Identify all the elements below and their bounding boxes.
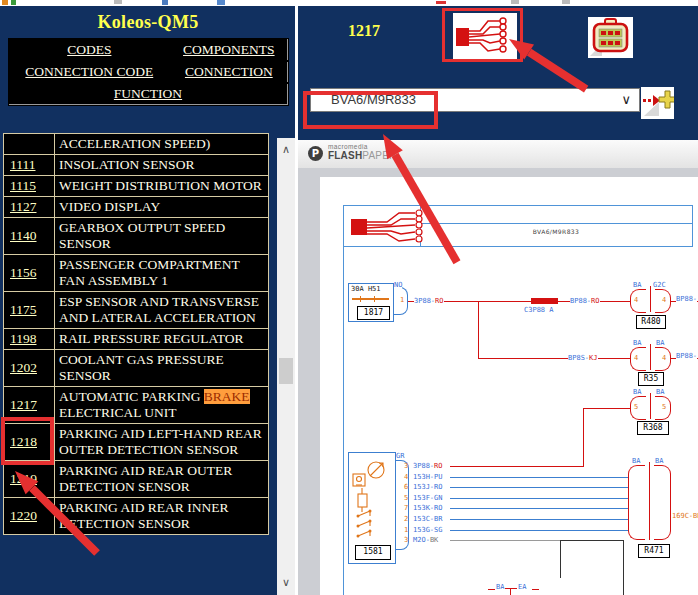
browser-icon-fragment bbox=[114, 0, 122, 4]
browser-icon-fragment bbox=[217, 0, 225, 5]
component-code-link[interactable]: 1111 bbox=[10, 157, 36, 172]
table-row: 1220PARKING AID REAR INNER DETECTION SEN… bbox=[4, 498, 269, 535]
table-row: ACCELERATION SPEED) bbox=[4, 134, 269, 155]
component-label-cell: PARKING AID REAR OUTER DETECTION SENSOR bbox=[55, 461, 269, 498]
component-label-cell: ESP SENSOR AND TRANSVERSE AND LATERAL AC… bbox=[55, 292, 269, 329]
component-code-cell: 1115 bbox=[4, 176, 55, 197]
component-code-cell: 1127 bbox=[4, 197, 55, 218]
component-code-cell: 1175 bbox=[4, 292, 55, 329]
component-code-link[interactable]: 1218 bbox=[10, 434, 37, 449]
table-row: 1127VIDEO DISPLAY bbox=[4, 197, 269, 218]
browser-icon-fragment bbox=[511, 0, 519, 4]
component-code-link[interactable]: 1175 bbox=[10, 302, 37, 317]
table-row: 1111INSOLATION SENSOR bbox=[4, 155, 269, 176]
component-label-cell: AUTOMATIC PARKING BRAKE ELECTRICAL UNIT bbox=[55, 387, 269, 424]
component-label-cell: WEIGHT DISTRIBUTION MOTOR bbox=[55, 176, 269, 197]
table-row: 1140GEARBOX OUTPUT SPEED SENSOR bbox=[4, 218, 269, 255]
component-list: ACCELERATION SPEED)1111INSOLATION SENSOR… bbox=[3, 133, 271, 595]
component-code-cell: 1140 bbox=[4, 218, 55, 255]
browser-icon-fragment bbox=[2, 0, 8, 5]
selected-component-code: 1217 bbox=[348, 22, 380, 40]
nav-item-function[interactable]: FUNCTION bbox=[9, 83, 288, 105]
component-code-cell: 1156 bbox=[4, 255, 55, 292]
component-label-cell: RAIL PRESSURE REGULATOR bbox=[55, 329, 269, 350]
component-code-link[interactable]: 1217 bbox=[10, 397, 37, 412]
search-highlight: BRAKE bbox=[204, 389, 250, 404]
macromedia-logo-icon: P bbox=[308, 146, 323, 161]
browser-icon-fragment bbox=[562, 0, 570, 4]
nav-menu: CODES COMPONENTS CONNECTION CODE CONNECT… bbox=[8, 38, 288, 105]
component-code-cell: 1219 bbox=[4, 461, 55, 498]
vehicle-title: Koleos-QM5 bbox=[0, 12, 296, 33]
table-row: 1198RAIL PRESSURE REGULATOR bbox=[4, 329, 269, 350]
component-code-cell: 1198 bbox=[4, 329, 55, 350]
component-code-link[interactable]: 1202 bbox=[10, 360, 37, 375]
app-window: Koleos-QM5 CODES COMPONENTS CONNECTION C… bbox=[0, 0, 698, 595]
component-code-link[interactable]: 1140 bbox=[10, 228, 37, 243]
flashpaper-toolbar: P macromedia FLASHPAPER bbox=[298, 140, 698, 170]
component-table: ACCELERATION SPEED)1111INSOLATION SENSOR… bbox=[3, 133, 269, 535]
component-table-body: ACCELERATION SPEED)1111INSOLATION SENSOR… bbox=[4, 134, 269, 535]
nav-item-components[interactable]: COMPONENTS bbox=[170, 39, 287, 61]
component-code-cell: 1217 bbox=[4, 387, 55, 424]
component-label-cell: ACCELERATION SPEED) bbox=[55, 134, 269, 155]
table-row: 1202COOLANT GAS PRESSURE SENSOR bbox=[4, 350, 269, 387]
component-label-cell: PASSENGER COMPARTMENT FAN ASSEMBLY 1 bbox=[55, 255, 269, 292]
wire-harness-icon bbox=[453, 13, 517, 60]
component-code-link[interactable]: 1156 bbox=[10, 265, 37, 280]
nav-item-connection[interactable]: CONNECTION bbox=[170, 61, 287, 83]
add-icon bbox=[641, 87, 674, 119]
wiring-config-select[interactable]: BVA6/M9R833 ∨ bbox=[310, 88, 640, 112]
component-code-cell: 1111 bbox=[4, 155, 55, 176]
component-label-cell: COOLANT GAS PRESSURE SENSOR bbox=[55, 350, 269, 387]
table-row: 1175ESP SENSOR AND TRANSVERSE AND LATERA… bbox=[4, 292, 269, 329]
component-label-cell: PARKING AID LEFT-HAND REAR OUTER DETECTI… bbox=[55, 424, 269, 461]
diagram-page bbox=[320, 177, 698, 595]
component-code-link[interactable]: 1127 bbox=[10, 199, 37, 214]
scroll-up-button[interactable]: ∧ bbox=[277, 138, 295, 162]
component-code-link[interactable]: 1198 bbox=[10, 331, 37, 346]
table-row: 1115WEIGHT DISTRIBUTION MOTOR bbox=[4, 176, 269, 197]
connector-plug-icon bbox=[588, 17, 633, 58]
list-scrollbar[interactable]: ∧ ∨ bbox=[277, 138, 295, 595]
table-row: 1156PASSENGER COMPARTMENT FAN ASSEMBLY 1 bbox=[4, 255, 269, 292]
scroll-down-button[interactable]: ∨ bbox=[277, 571, 295, 595]
component-label-cell: PARKING AID REAR INNER DETECTION SENSOR bbox=[55, 498, 269, 535]
component-label-cell: GEARBOX OUTPUT SPEED SENSOR bbox=[55, 218, 269, 255]
component-code-cell bbox=[4, 134, 55, 155]
chevron-down-icon: ∨ bbox=[621, 89, 631, 111]
component-code-link[interactable]: 1219 bbox=[10, 471, 37, 486]
component-code-cell: 1218 bbox=[4, 424, 55, 461]
component-label-cell: VIDEO DISPLAY bbox=[55, 197, 269, 218]
component-code-cell: 1220 bbox=[4, 498, 55, 535]
add-connector-button[interactable] bbox=[641, 87, 674, 119]
component-code-link[interactable]: 1115 bbox=[10, 178, 36, 193]
flashpaper-brand: macromedia FLASHPAPER bbox=[328, 143, 397, 161]
component-code-cell: 1202 bbox=[4, 350, 55, 387]
component-label-cell: INSOLATION SENSOR bbox=[55, 155, 269, 176]
nav-item-connection-code[interactable]: CONNECTION CODE bbox=[9, 61, 171, 83]
browser-icon-fragment bbox=[11, 0, 16, 5]
harness-thumbnail[interactable] bbox=[453, 13, 517, 60]
connector-plug-tile[interactable] bbox=[588, 17, 633, 58]
browser-icon-fragment bbox=[436, 1, 446, 4]
nav-item-codes[interactable]: CODES bbox=[9, 39, 171, 61]
table-row: 1218PARKING AID LEFT-HAND REAR OUTER DET… bbox=[4, 424, 269, 461]
browser-icon-fragment bbox=[162, 0, 168, 5]
left-panel: Koleos-QM5 CODES COMPONENTS CONNECTION C… bbox=[0, 6, 296, 595]
right-header: 1217 bbox=[298, 6, 698, 140]
scroll-thumb[interactable] bbox=[279, 358, 293, 384]
table-row: 1219PARKING AID REAR OUTER DETECTION SEN… bbox=[4, 461, 269, 498]
table-row: 1217AUTOMATIC PARKING BRAKE ELECTRICAL U… bbox=[4, 387, 269, 424]
wiring-config-value: BVA6/M9R833 bbox=[331, 92, 416, 107]
component-code-link[interactable]: 1220 bbox=[10, 508, 37, 523]
